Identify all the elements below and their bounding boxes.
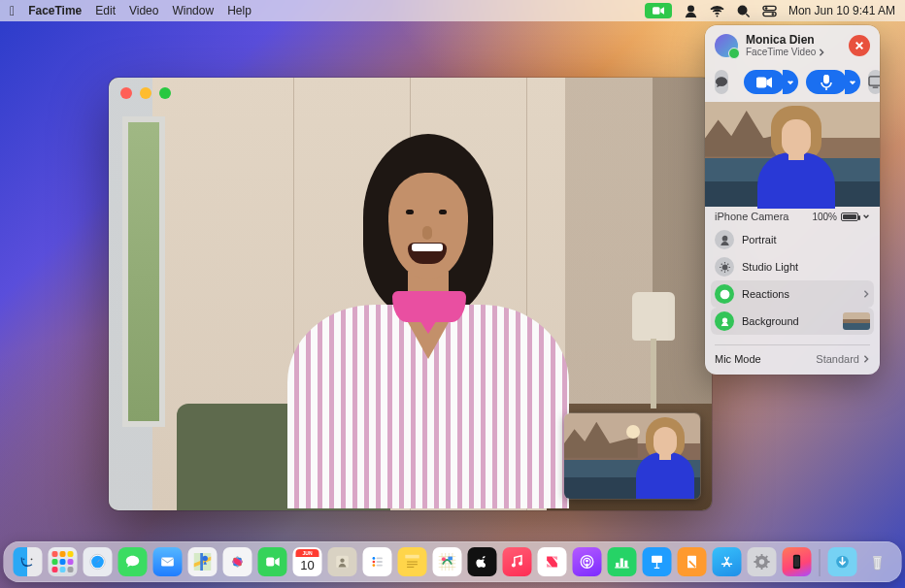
svg-point-22 (203, 556, 208, 561)
menubar-item-help[interactable]: Help (227, 4, 251, 17)
option-studio-light[interactable]: Studio Light (711, 253, 874, 280)
dock-reminders[interactable] (363, 547, 392, 576)
studio-light-icon (715, 257, 734, 277)
dock-music[interactable] (503, 547, 532, 576)
option-portrait[interactable]: Portrait (711, 226, 874, 253)
user-icon[interactable] (684, 4, 698, 18)
dock-messages[interactable] (118, 547, 148, 576)
option-reactions[interactable]: Reactions (711, 280, 874, 308)
menubar-item-window[interactable]: Window (172, 4, 214, 17)
svg-rect-31 (266, 558, 274, 567)
menubar-datetime[interactable]: Mon Jun 10 9:41 AM (788, 4, 895, 17)
self-view-pip[interactable] (564, 413, 700, 499)
end-call-button[interactable] (849, 35, 870, 56)
svg-rect-51 (624, 561, 627, 568)
video-options-chevron[interactable] (783, 70, 798, 94)
svg-rect-35 (377, 558, 383, 560)
dock-downloads[interactable] (828, 547, 857, 576)
facetime-window (109, 78, 712, 510)
screen-share-button[interactable] (868, 70, 880, 94)
svg-point-17 (23, 558, 25, 560)
dock-notes[interactable] (398, 547, 427, 576)
background-icon (715, 311, 734, 331)
svg-point-14 (722, 293, 723, 294)
option-background-label: Background (742, 315, 835, 327)
option-studio-light-label: Studio Light (742, 261, 870, 273)
video-toggle-button[interactable] (744, 70, 798, 94)
self-preview (705, 102, 880, 207)
dock-news[interactable] (538, 547, 567, 576)
dock-iphone-mirroring[interactable] (783, 547, 812, 576)
svg-rect-52 (652, 556, 662, 563)
svg-point-7 (771, 13, 774, 16)
dock-maps[interactable] (188, 547, 218, 576)
svg-point-36 (373, 561, 376, 564)
menubar-item-edit[interactable]: Edit (95, 4, 116, 17)
chevron-right-icon (862, 355, 870, 363)
dock-settings[interactable] (748, 547, 777, 576)
chevron-right-icon (862, 290, 870, 298)
window-zoom-button[interactable] (159, 87, 171, 99)
dock-numbers[interactable] (608, 547, 637, 576)
apple-menu[interactable]:  (10, 3, 15, 18)
camera-source-row[interactable]: iPhone Camera 100% (705, 207, 880, 224)
dock-calendar[interactable]: JUN 10 (293, 547, 322, 576)
svg-rect-50 (620, 558, 623, 567)
dock-safari[interactable] (84, 547, 113, 576)
mic-options-chevron[interactable] (845, 70, 860, 94)
dock-keynote[interactable] (643, 547, 672, 576)
dock-launchpad[interactable] (49, 547, 78, 576)
svg-rect-39 (377, 565, 383, 567)
svg-rect-57 (794, 556, 799, 567)
svg-point-11 (722, 236, 726, 240)
svg-point-15 (725, 293, 726, 294)
window-minimize-button[interactable] (140, 87, 151, 99)
control-center-icon[interactable] (762, 4, 777, 18)
svg-point-33 (340, 558, 344, 562)
svg-point-20 (91, 556, 104, 569)
calendar-month: JUN (296, 549, 319, 557)
dock-tv[interactable]: tv (468, 547, 497, 576)
svg-point-41 (442, 557, 446, 561)
dock-photos[interactable] (223, 547, 252, 576)
dock-trash[interactable] (863, 547, 892, 576)
dock-appstore[interactable] (713, 547, 742, 576)
mic-toggle-button[interactable] (806, 70, 860, 94)
option-reactions-label: Reactions (742, 288, 855, 300)
svg-point-48 (586, 560, 588, 563)
svg-point-12 (722, 265, 727, 270)
option-background[interactable]: Background (711, 308, 874, 335)
svg-point-38 (373, 564, 376, 567)
svg-text:tv: tv (480, 561, 486, 568)
option-portrait-label: Portrait (742, 234, 870, 245)
wifi-icon[interactable] (710, 4, 724, 18)
messages-button[interactable] (715, 70, 728, 94)
chevron-down-icon (862, 212, 870, 220)
dock-separator (820, 549, 821, 576)
svg-point-44 (512, 564, 516, 568)
svg-point-16 (722, 318, 726, 322)
camera-in-use-indicator[interactable] (645, 3, 672, 18)
battery-icon (841, 212, 858, 221)
menubar-app-name[interactable]: FaceTime (28, 4, 82, 17)
dock: JUN 10 tv (4, 541, 902, 582)
mic-mode-label: Mic Mode (715, 353, 761, 365)
dock-contacts[interactable] (328, 547, 357, 576)
menubar-item-video[interactable]: Video (129, 4, 158, 17)
svg-point-5 (765, 7, 768, 10)
dock-mail[interactable] (153, 547, 183, 576)
dock-freeform[interactable] (433, 547, 462, 576)
svg-rect-21 (161, 558, 174, 567)
window-close-button[interactable] (120, 87, 132, 99)
calendar-day: 10 (293, 558, 322, 572)
spotlight-search-icon[interactable] (736, 4, 751, 18)
svg-point-1 (688, 6, 694, 12)
dock-podcasts[interactable] (573, 547, 602, 576)
dock-pages[interactable] (678, 547, 707, 576)
mic-mode-row[interactable]: Mic Mode Standard (705, 347, 880, 375)
window-controls (120, 87, 171, 99)
caller-avatar (715, 34, 738, 57)
call-type-label[interactable]: FaceTime Video (746, 47, 841, 58)
dock-finder[interactable] (14, 547, 43, 576)
dock-facetime[interactable] (258, 547, 287, 576)
